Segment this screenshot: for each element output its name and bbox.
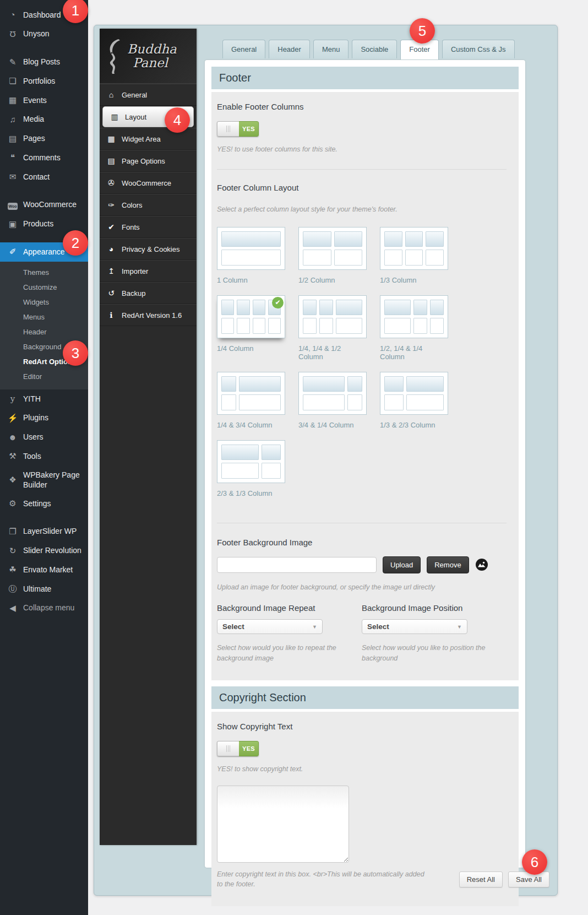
bg-image-help: Upload an image for footer background, o… [217,582,507,593]
collapse-menu-button[interactable]: ◀Collapse menu [0,599,88,618]
sidebar-item-label: Pages [23,134,45,144]
tab-menu[interactable]: Menu [313,40,349,58]
sidebar-item-contact[interactable]: ✉Contact [0,167,88,187]
bg-image-url-input[interactable] [217,557,377,573]
theme-menu-label: General [122,91,147,99]
bg-position-value: Select [367,622,389,631]
layout-card[interactable] [217,227,285,270]
layout-option-quarter-quarter-half: 1/4, 1/4 & 1/2 Column [298,295,367,372]
envato-leaf-icon: ☘ [7,565,18,575]
reset-all-button[interactable]: Reset All [459,871,503,887]
bg-position-select[interactable]: Select ▼ [362,619,467,634]
wp-admin-sidebar: ◔Dashboard ƱUnyson ✎Blog Posts ❏Portfoli… [0,0,88,915]
theme-menu-importer[interactable]: ↥Importer [100,260,197,282]
layout-option-label: 1/3 Column [380,276,448,284]
media-library-icon[interactable] [475,558,488,571]
sidebar-item-woocommerce[interactable]: WooWooCommerce [0,196,88,215]
theme-menu-general[interactable]: ⌂General [100,84,197,106]
sidebar-item-layerslider[interactable]: ❐LayerSlider WP [0,522,88,542]
users-icon: ☻ [7,432,18,443]
sidebar-item-label: Tools [23,452,41,462]
column-layout-grid: 1 Column 1/2 Column 1/3 Column [217,227,507,508]
theme-menu-woocommerce[interactable]: ✇WooCommerce [100,172,197,194]
enable-footer-columns-toggle[interactable]: YES [217,121,259,137]
theme-menu-fonts[interactable]: ✔Fonts [100,216,197,238]
theme-menu-colors[interactable]: ✑Colors [100,194,197,216]
submenu-item-widgets[interactable]: Widgets [0,295,88,310]
pie-icon: ◕ [106,245,116,253]
sidebar-item-settings[interactable]: ⚙Settings [0,494,88,513]
sidebar-item-slider-revolution[interactable]: ↻Slider Revolution [0,542,88,561]
theme-menu-label: RedArt Version 1.6 [122,311,182,320]
wpbakery-icon: ❖ [7,475,18,485]
submenu-item-customize[interactable]: Customize [0,280,88,295]
annotation-badge-3: 3 [63,340,88,366]
layout-card-selected[interactable]: ✔ [217,295,285,338]
sidebar-item-ultimate[interactable]: ⓊUltimate [0,580,88,599]
layout-card[interactable] [298,295,367,338]
unyson-icon: Ʊ [7,29,18,40]
submenu-item-themes[interactable]: Themes [0,265,88,280]
divider [217,523,507,523]
submenu-item-menus[interactable]: Menus [0,310,88,324]
chevron-down-icon: ▼ [312,624,317,630]
sidebar-item-events[interactable]: ▦Events [0,91,88,110]
submenu-item-header[interactable]: Header [0,324,88,339]
upload-button[interactable]: Upload [383,556,421,573]
layout-card[interactable] [380,372,448,415]
ultimate-icon: Ⓤ [7,584,18,594]
layout-card[interactable] [380,227,448,270]
options-tabs: General Header Menu Sociable Footer Cust… [222,40,515,58]
sidebar-item-pages[interactable]: ▤Pages [0,129,88,149]
sidebar-item-media[interactable]: ♫Media [0,110,88,129]
sidebar-item-yith[interactable]: yYITH [0,389,88,409]
sidebar-item-wpbakery[interactable]: ❖WPBakery Page Builder [0,466,88,494]
copyright-text-textarea[interactable] [217,786,349,863]
tab-header[interactable]: Header [269,40,310,58]
sidebar-item-tools[interactable]: ⚒Tools [0,447,88,466]
theme-menu-version[interactable]: ℹRedArt Version 1.6 [100,304,197,326]
layout-option-label: 1/3 & 2/3 Column [380,421,448,429]
sidebar-item-blog-posts[interactable]: ✎Blog Posts [0,53,88,72]
cart-icon: ✇ [106,178,116,187]
buddha-panel: Buddha Panel ⌂General ▥Layout ▦Widget Ar… [94,25,558,896]
layout-card[interactable] [298,372,367,415]
tab-custom-css-js[interactable]: Custom Css & Js [442,40,515,58]
abc-check-icon: ✔ [106,223,116,231]
theme-menu-privacy-cookies[interactable]: ◕Privacy & Cookies [100,238,197,260]
info-icon: ℹ [106,311,116,320]
buddha-face-silhouette [106,39,123,74]
layout-option-1-column: 1 Column [217,227,285,295]
save-all-button[interactable]: Save All [508,871,549,887]
layout-card[interactable] [298,227,367,270]
bg-repeat-select[interactable]: Select ▼ [217,619,323,634]
show-copyright-toggle[interactable]: YES [217,741,259,756]
tab-sociable[interactable]: Sociable [352,40,397,58]
layout-option-half-column: 1/2 Column [298,227,367,295]
sidebar-item-users[interactable]: ☻Users [0,428,88,447]
sidebar-item-label: Comments [23,153,61,163]
sidebar-item-portfolios[interactable]: ❏Portfolios [0,72,88,91]
sidebar-item-label: Dashboard [23,10,61,20]
remove-button[interactable]: Remove [427,556,469,573]
show-copyright-help: YES! to show copyright text. [217,764,507,775]
submenu-item-editor[interactable]: Editor [0,369,88,384]
sidebar-item-plugins[interactable]: ⚡Plugins [0,409,88,428]
sidebar-item-comments[interactable]: ❝Comments [0,148,88,167]
selected-check-icon: ✔ [272,297,284,308]
sidebar-item-label: Settings [23,499,51,509]
theme-menu-page-options[interactable]: ▤Page Options [100,150,197,172]
sidebar-item-envato-market[interactable]: ☘Envato Market [0,560,88,580]
collapse-arrow-icon: ◀ [7,603,18,614]
bg-image-input-row: Upload Remove [217,556,507,573]
settings-icon: ⚙ [7,499,18,509]
sidebar-item-label: Plugins [23,413,48,423]
layout-option-third-twothirds: 1/3 & 2/3 Column [380,372,448,440]
layout-option-half-quarter-quarter: 1/2, 1/4 & 1/4 Column [380,295,448,372]
layout-card[interactable] [217,372,285,415]
theme-menu-backup[interactable]: ↺Backup [100,282,197,304]
layout-card[interactable] [380,295,448,338]
tab-general[interactable]: General [222,40,265,58]
sidebar-item-unyson[interactable]: ƱUnyson [0,25,88,44]
layout-card[interactable] [217,440,285,483]
